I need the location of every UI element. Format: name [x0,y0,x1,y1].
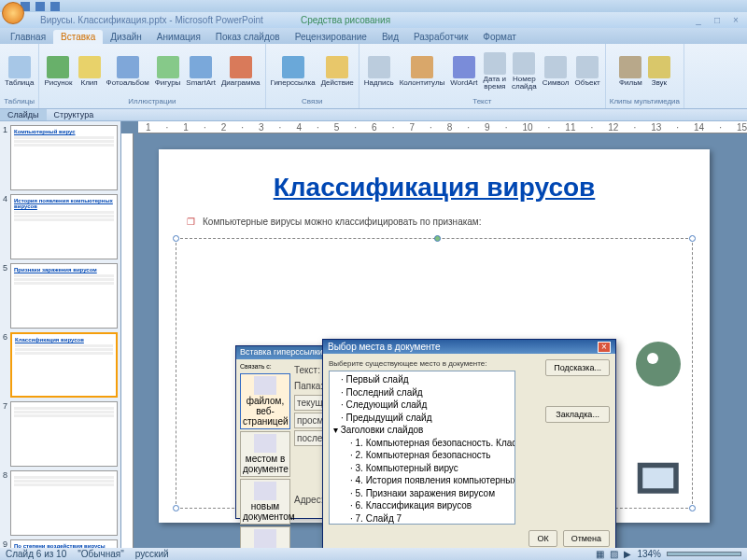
ribbon-table[interactable]: Таблица [4,55,35,88]
svg-point-0 [636,342,681,386]
tab-Формат[interactable]: Формат [475,30,524,44]
link-to-sidebar: Связать с: файлом, веб-страницейместом в… [240,363,290,514]
ribbon-datetime[interactable]: Дата ивремя [483,51,507,91]
tab-Показ слайдов[interactable]: Показ слайдов [208,30,288,44]
close-button[interactable]: × [727,15,744,26]
tooltip-button[interactable]: Подсказка... [545,359,610,376]
clipart-monster [626,336,691,392]
ribbon-movie[interactable]: Фильм [618,55,643,88]
tab-Вид[interactable]: Вид [374,30,406,44]
tab-Вставка[interactable]: Вставка [53,30,103,44]
document-tree[interactable]: · Первый слайд· Последний слайд· Следующ… [329,371,515,525]
ribbon-shapes[interactable]: Фигуры [154,55,182,88]
ribbon-action[interactable]: Действие [320,55,355,88]
thumbnail-4[interactable]: 4История появления компьютерных вирусов [3,194,118,259]
view-normal-icon[interactable]: ▦ [596,549,604,559]
slide-panel-tabs: Слайды Структура [0,109,747,121]
ribbon-picture[interactable]: Рисунок [43,55,73,88]
tab-Дизайн[interactable]: Дизайн [103,30,149,44]
slide-title[interactable]: Классификация вирусов [159,173,710,203]
dialog2-close-icon[interactable]: × [598,342,611,353]
slide-thumbnails: 1Компьютерный вирус4История появления ко… [0,121,121,548]
svg-point-1 [647,353,658,364]
ribbon-headerfooter[interactable]: Колонтитулы [399,55,446,88]
view-show-icon[interactable]: ▶ [624,549,631,559]
status-slide: Слайд 6 из 10 [6,549,66,559]
ribbon-photoalbum[interactable]: Фотоальбом [106,55,150,88]
tab-Рецензирование[interactable]: Рецензирование [288,30,374,44]
thumbnail-7[interactable]: 7 [3,401,118,467]
qat-redo-icon[interactable] [50,2,60,11]
tab-outline[interactable]: Структура [47,109,102,120]
ruler-horizontal: 1·1·2·3·4·5·6·7·8·9·10·11·12·13·14·15·16… [138,121,747,133]
ruler-vertical [121,133,134,548]
ribbon-clip[interactable]: Клип [78,55,102,88]
dialog2-titlebar[interactable]: Выбор места в документе × [323,340,615,354]
dialog2-title: Выбор места в документе [328,342,441,352]
ribbon-smartart[interactable]: SmartArt [185,55,217,88]
ribbon-symbol[interactable]: Символ [542,55,571,88]
slide-body[interactable]: Компьютерные вирусы можно классифицирова… [159,217,710,227]
cancel-button[interactable]: Отмена [563,530,610,547]
status-bar: Слайд 6 из 10 "Обычная" русский ▦ ▨ ▶ 13… [0,548,747,560]
ribbon-hyperlink[interactable]: Гиперссылка [270,55,317,88]
tab-Разработчик[interactable]: Разработчик [406,30,475,44]
ribbon-textbox[interactable]: Надпись [363,55,395,88]
bookmark-button[interactable]: Закладка... [545,406,610,423]
ribbon-slidenum[interactable]: Номерслайда [511,51,538,91]
quick-access-toolbar [0,0,747,12]
status-layout: "Обычная" [78,549,124,559]
title-bar: Вирусы. Классификация.pptx - Microsoft P… [0,12,747,28]
zoom-slider[interactable] [667,552,741,556]
tab-Главная[interactable]: Главная [3,30,53,44]
svg-rect-4 [641,466,677,492]
office-button[interactable] [2,2,24,24]
context-tab-label: Средства рисования [301,15,390,25]
linkto-place-doc[interactable]: местом в документе [240,431,290,477]
zoom-level[interactable]: 134% [637,549,661,559]
status-lang: русский [135,549,169,559]
thumbnail-6[interactable]: 6Классификация вирусов [3,332,118,398]
ribbon-tabs: ГлавнаяВставкаДизайнАнимацияПоказ слайдо… [0,28,747,44]
maximize-button[interactable]: □ [709,15,726,26]
thumbnail-8[interactable]: 8 [3,470,118,536]
select-place-dialog[interactable]: Выбор места в документе × Выберите сущес… [322,339,616,553]
linkto-file-web[interactable]: файлом, веб-страницей [240,373,290,429]
ribbon-object[interactable]: Объект [574,55,601,88]
dialog2-prompt: Выберите существующее место в документе: [329,359,540,368]
clipart-pc2 [635,453,686,509]
ribbon-wordart[interactable]: WordArt [449,55,478,88]
thumbnail-5[interactable]: 5Признаки заражения вирусом [3,263,118,329]
thumbnail-9[interactable]: 9По степени воздействия вирусы [3,539,118,548]
ribbon-chart[interactable]: Диаграмма [220,55,261,88]
linkto-new-doc[interactable]: новым документом [240,479,290,525]
thumbnail-1[interactable]: 1Компьютерный вирус [3,125,118,190]
minimize-button[interactable]: _ [690,15,707,26]
view-sorter-icon[interactable]: ▨ [610,549,618,559]
tab-Анимация[interactable]: Анимация [149,30,208,44]
tab-slides[interactable]: Слайды [0,109,47,120]
qat-undo-icon[interactable] [35,2,45,11]
ribbon: ТаблицаТаблицыРисунокКлипФотоальбомФигур… [0,44,747,109]
ok-button[interactable]: ОК [529,530,557,547]
window-title: Вирусы. Классификация.pptx - Microsoft P… [3,15,301,25]
ribbon-sound[interactable]: Звук [647,55,671,88]
